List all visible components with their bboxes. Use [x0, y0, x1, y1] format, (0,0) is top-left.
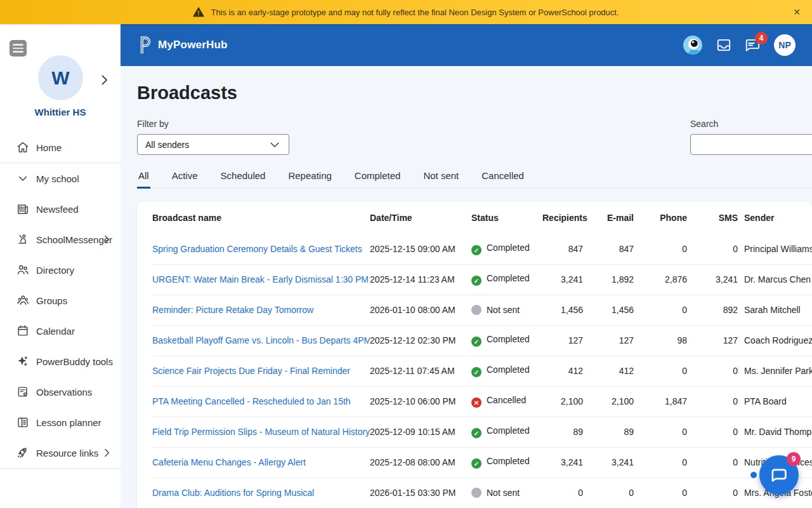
phone-count: 2,876: [640, 264, 693, 295]
sms-count: 3,241: [693, 264, 744, 295]
resource-links-icon: [16, 446, 30, 460]
broadcast-datetime: 2025-12-12 02:30 PM: [370, 325, 471, 356]
divider: [0, 468, 121, 469]
sidebar-section-label: My school: [36, 173, 79, 184]
sidebar-item-home[interactable]: Home: [0, 132, 121, 163]
sidebar-item-label: Groups: [36, 295, 67, 306]
directory-icon: [16, 263, 30, 277]
broadcast-datetime: 2025-12-11 07:45 AM: [370, 356, 471, 386]
broadcast-sender: Ms. Jennifer Park: [744, 356, 812, 386]
app-header: MyPowerHub 4 NP: [121, 24, 812, 66]
broadcast-link[interactable]: Cafeteria Menu Changes - Allergy Alert: [152, 457, 306, 467]
broadcast-sender: Mr. David Thompson: [744, 417, 812, 447]
table-row: Field Trip Permission Slips - Museum of …: [152, 417, 812, 447]
broadcast-status: ✓Completed: [471, 234, 542, 264]
status-completed-icon: ✓: [471, 276, 481, 286]
broadcast-link[interactable]: Drama Club: Auditions for Spring Musical: [152, 488, 314, 498]
email-count: 0: [589, 478, 640, 508]
calendar-icon: [16, 324, 30, 338]
broadcast-link[interactable]: Basketball Playoff Game vs. Lincoln - Bu…: [152, 335, 370, 345]
sidebar-item-observations[interactable]: Observations: [0, 377, 121, 407]
sidebar-section-my-school[interactable]: My school: [0, 163, 121, 194]
sms-count: 0: [693, 234, 744, 264]
chevron-right-icon[interactable]: [96, 72, 112, 88]
chat-button[interactable]: 9: [759, 455, 799, 495]
column-header: SMS: [693, 202, 744, 234]
sidebar-item-newsfeed[interactable]: Newsfeed: [0, 194, 121, 224]
tab-repeating[interactable]: Repeating: [287, 168, 332, 189]
broadcast-status: Not sent: [471, 478, 542, 508]
status-completed-icon: ✓: [471, 367, 481, 377]
broadcast-link[interactable]: Field Trip Permission Slips - Museum of …: [152, 427, 370, 437]
recipients-count: 127: [542, 325, 589, 356]
broadcast-datetime: 2025-12-15 09:00 AM: [370, 234, 471, 264]
sidebar-item-label: Calendar: [36, 326, 75, 337]
status-completed-icon: ✓: [471, 428, 481, 438]
broadcast-link[interactable]: PTA Meeting Cancelled - Rescheduled to J…: [152, 396, 351, 406]
broadcast-datetime: 2025-12-09 10:15 AM: [370, 417, 471, 447]
user-avatar[interactable]: NP: [774, 34, 796, 56]
tab-active[interactable]: Active: [171, 168, 199, 189]
recipients-count: 1,456: [542, 295, 589, 325]
column-header: Recipients: [542, 202, 589, 234]
column-header: Status: [471, 202, 542, 234]
tab-not-sent[interactable]: Not sent: [422, 168, 460, 189]
sidebar-item-groups[interactable]: Groups: [0, 285, 121, 316]
sidebar-item-label: Lesson planner: [36, 417, 102, 428]
phone-count: 0: [640, 295, 693, 325]
broadcast-status: ✓Completed: [471, 356, 542, 386]
sender-filter-value: All senders: [145, 140, 189, 150]
phone-count: 1,847: [640, 386, 693, 417]
prototype-banner: This is an early-stage prototype and may…: [0, 0, 812, 24]
broadcast-status: ✓Completed: [471, 417, 542, 447]
search-input[interactable]: [690, 134, 812, 155]
sidebar-item-directory[interactable]: Directory: [0, 255, 121, 285]
banner-text: This is an early-stage prototype and may…: [211, 8, 619, 17]
sidebar: W Whittier HS Home My school NewsfeedSch…: [0, 24, 121, 508]
broadcast-link[interactable]: Science Fair Projects Due Friday - Final…: [152, 366, 350, 376]
broadcast-link[interactable]: URGENT: Water Main Break - Early Dismiss…: [152, 274, 369, 284]
chevron-down-icon: [16, 172, 29, 185]
broadcast-link[interactable]: Spring Graduation Ceremony Details & Gue…: [152, 244, 362, 254]
broadcasts-table-card: Broadcast nameDate/TimeStatusRecipientsE…: [137, 202, 812, 508]
sidebar-item-calendar[interactable]: Calendar: [0, 316, 121, 346]
tab-all[interactable]: All: [137, 168, 150, 189]
email-count: 127: [589, 325, 640, 356]
email-count: 3,241: [589, 447, 640, 478]
close-icon[interactable]: ✕: [793, 8, 801, 17]
tab-completed[interactable]: Completed: [353, 168, 402, 189]
recipients-count: 3,241: [542, 447, 589, 478]
sidebar-item-label: Newsfeed: [36, 204, 79, 215]
recipients-count: 2,100: [542, 386, 589, 417]
status-completed-icon: ✓: [471, 458, 481, 469]
sidebar-item-resource-links[interactable]: Resource links: [0, 438, 121, 468]
sidebar-item-lesson-planner[interactable]: Lesson planner: [0, 407, 121, 438]
tab-cancelled[interactable]: Cancelled: [480, 168, 525, 189]
sidebar-item-label: Observations: [36, 387, 92, 398]
school-avatar[interactable]: W: [38, 55, 83, 100]
status-not_sent-icon: [471, 305, 481, 315]
search-label: Search: [690, 119, 812, 129]
sms-count: 0: [693, 386, 744, 417]
newsfeed-icon: [16, 202, 30, 216]
chevron-right-icon: [100, 233, 113, 246]
sidebar-item-powerbuddy-tools[interactable]: PowerBuddy tools: [0, 346, 121, 377]
tab-scheduled[interactable]: Scheduled: [219, 168, 267, 189]
table-row: URGENT: Water Main Break - Early Dismiss…: [152, 264, 812, 295]
sender-filter-select[interactable]: All senders: [137, 134, 289, 155]
broadcast-status: Not sent: [471, 295, 542, 325]
email-count: 1,892: [589, 264, 640, 295]
school-name: Whittier HS: [0, 107, 121, 117]
powerbuddy-icon[interactable]: [683, 35, 703, 55]
chevron-down-icon: [268, 138, 281, 151]
sms-count: 0: [693, 447, 744, 478]
powerbuddy-sparkle-icon: [16, 354, 30, 368]
messages-icon[interactable]: 4: [745, 37, 761, 53]
broadcast-link[interactable]: Reminder: Picture Retake Day Tomorrow: [152, 305, 313, 315]
sidebar-item-schoolmessenger[interactable]: SchoolMessenger: [0, 224, 121, 255]
status-completed-icon: ✓: [471, 245, 481, 255]
menu-toggle-button[interactable]: [10, 40, 27, 57]
inbox-icon[interactable]: [716, 37, 732, 53]
table-row: Basketball Playoff Game vs. Lincoln - Bu…: [152, 325, 812, 356]
broadcast-status: ✓Completed: [471, 264, 542, 295]
